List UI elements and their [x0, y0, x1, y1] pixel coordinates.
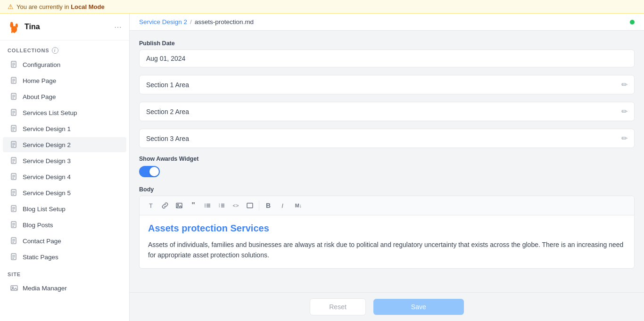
editor-title: Assets protection Services: [148, 223, 626, 234]
toolbar-separator: [259, 201, 259, 210]
numbered-list-icon: 123: [218, 202, 225, 209]
sidebar-item-media-manager[interactable]: Media Manager: [3, 280, 126, 296]
svg-text:3: 3: [219, 206, 220, 208]
main-content: Service Design 2 / assets-protection.md …: [130, 14, 644, 321]
breadcrumb-separator: /: [190, 18, 192, 25]
editor-body[interactable]: Assets protection Services Assets of ind…: [140, 215, 634, 268]
sidebar-item-label: Services List Setup: [23, 109, 77, 116]
svg-rect-74: [247, 203, 253, 208]
sidebar-item-label: Service Design 4: [23, 173, 71, 181]
sidebar-item-service-design-3[interactable]: Service Design 3: [3, 153, 126, 168]
sidebar-item-services-list-setup[interactable]: Services List Setup: [3, 105, 126, 120]
doc-icon: [10, 61, 18, 68]
save-button[interactable]: Save: [373, 299, 464, 315]
sidebar-item-label: Configuration: [23, 61, 60, 68]
section3-edit-icon[interactable]: ✏: [621, 134, 627, 143]
sidebar-item-home-page[interactable]: Home Page: [3, 73, 126, 88]
section3-value: Section 3 Area: [146, 135, 189, 142]
toolbar-text-type-button[interactable]: T: [144, 199, 157, 212]
body-label: Body: [139, 186, 635, 193]
sidebar-header: Tina ⋯: [0, 14, 129, 41]
toolbar-bold-button[interactable]: B: [262, 199, 275, 212]
form-area: Publish Date Section 1 Area ✏ Section 2 …: [130, 31, 644, 292]
link-icon: [162, 202, 168, 209]
section1-field: Section 1 Area ✏: [139, 75, 635, 94]
editor-text: Assets of individuals, families and busi…: [148, 239, 626, 261]
breadcrumb-bar: Service Design 2 / assets-protection.md: [130, 14, 644, 31]
sidebar-item-label: Home Page: [23, 77, 56, 84]
section3-field: Section 3 Area ✏: [139, 129, 635, 148]
doc-icon: [10, 77, 18, 84]
breadcrumb-parent-link[interactable]: Service Design 2: [139, 18, 187, 25]
logo-icon: [8, 20, 21, 33]
body-field: Body T ": [139, 186, 635, 269]
svg-rect-4: [11, 31, 13, 33]
svg-point-67: [205, 206, 206, 207]
sidebar-item-service-design-5[interactable]: Service Design 5: [3, 185, 126, 200]
sidebar-item-label: Static Pages: [23, 254, 58, 261]
toolbar-code-button[interactable]: <>: [229, 199, 242, 212]
footer-bar: Reset Save: [130, 292, 644, 321]
sidebar-item-label: Service Design 1: [23, 125, 71, 132]
doc-icon: [10, 157, 18, 165]
section2-edit-icon[interactable]: ✏: [621, 107, 627, 116]
doc-icon: [10, 237, 18, 245]
section1-value: Section 1 Area: [146, 81, 189, 89]
collections-section-label: COLLECTIONS i: [0, 41, 129, 57]
reset-button[interactable]: Reset: [310, 298, 366, 315]
doc-icon: [10, 93, 18, 100]
toolbar-bullet-list-button[interactable]: [201, 199, 214, 212]
toolbar-markdown-button[interactable]: M↓: [290, 199, 307, 212]
sidebar-item-configuration[interactable]: Configuration: [3, 57, 126, 72]
sidebar-item-blog-list-setup[interactable]: Blog List Setup: [3, 201, 126, 216]
sidebar-item-service-design-1[interactable]: Service Design 1: [3, 121, 126, 136]
publish-date-field: Publish Date: [139, 40, 635, 67]
sidebar-item-blog-posts[interactable]: Blog Posts: [3, 217, 126, 232]
sidebar-item-label: Contact Page: [23, 238, 61, 245]
doc-icon: [10, 221, 18, 229]
svg-point-3: [10, 22, 13, 25]
toggle-thumb: [149, 167, 159, 176]
publish-date-label: Publish Date: [139, 40, 635, 47]
warning-icon: ⚠: [8, 3, 14, 10]
sidebar-item-service-design-2[interactable]: Service Design 2: [3, 137, 126, 152]
show-awards-label: Show Awards Widget: [139, 156, 635, 162]
toolbar-image-button[interactable]: [173, 199, 186, 212]
toolbar-italic-button[interactable]: I: [276, 199, 289, 212]
breadcrumb-current: assets-protection.md: [195, 18, 254, 25]
media-icon: [10, 284, 18, 292]
show-awards-field: Show Awards Widget: [139, 156, 635, 179]
svg-point-65: [205, 204, 206, 205]
code-block-icon: [247, 202, 253, 209]
breadcrumb: Service Design 2 / assets-protection.md: [139, 18, 254, 25]
collections-info-icon[interactable]: i: [52, 47, 58, 54]
sidebar-item-static-pages[interactable]: Static Pages: [3, 249, 126, 264]
svg-rect-5: [14, 31, 15, 33]
sidebar-item-service-design-4[interactable]: Service Design 4: [3, 169, 126, 184]
section1-edit-icon[interactable]: ✏: [621, 80, 627, 89]
svg-point-66: [205, 205, 206, 206]
sidebar-item-label: Service Design 3: [23, 157, 71, 165]
sidebar-menu-icon[interactable]: ⋯: [114, 23, 122, 32]
toolbar-quote-button[interactable]: ": [187, 199, 200, 212]
warning-text: You are currently in Local Mode: [17, 3, 105, 10]
bullet-list-icon: [204, 202, 211, 209]
section2-field: Section 2 Area ✏: [139, 102, 635, 121]
toolbar-numbered-list-button[interactable]: 123: [215, 199, 228, 212]
sidebar-item-contact-page[interactable]: Contact Page: [3, 233, 126, 248]
svg-point-2: [16, 24, 18, 28]
doc-icon: [10, 141, 18, 148]
show-awards-toggle[interactable]: [139, 166, 160, 177]
app-name: Tina: [25, 23, 40, 31]
sidebar-item-label: Blog List Setup: [23, 206, 66, 213]
svg-point-61: [177, 204, 178, 205]
toolbar-link-button[interactable]: [158, 199, 172, 212]
sidebar-item-about-page[interactable]: About Page: [3, 89, 126, 104]
toolbar-code-block-button[interactable]: [243, 199, 256, 212]
svg-point-59: [12, 287, 14, 288]
sidebar-item-label: Media Manager: [23, 285, 67, 292]
doc-icon: [10, 205, 18, 213]
publish-date-input[interactable]: [139, 49, 635, 67]
section1-container: Section 1 Area ✏: [139, 75, 635, 94]
sidebar-item-label: Service Design 2: [23, 141, 71, 148]
